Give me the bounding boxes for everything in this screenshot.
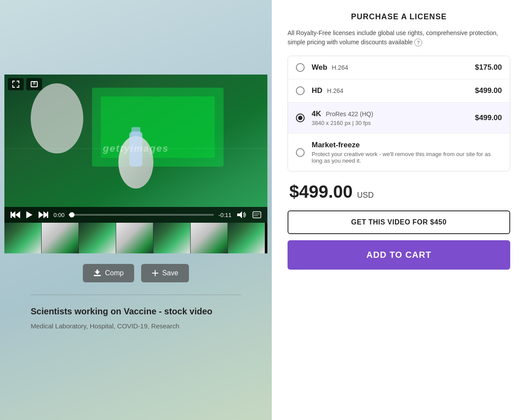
license-option-hd[interactable]: HD H.264 $499.00 xyxy=(288,79,510,103)
right-panel: PURCHASE A LICENSE All Royalty-Free lice… xyxy=(272,0,526,420)
license-format-hd: H.264 xyxy=(327,87,343,94)
license-name-group-hd: HD H.264 xyxy=(312,86,470,95)
filmstrip-thumb[interactable] xyxy=(4,223,42,253)
time-current: 0:00 xyxy=(53,212,64,218)
radio-market-freeze[interactable] xyxy=(296,148,305,157)
license-sub-4k: 3840 x 2160 px | 30 fps xyxy=(312,120,470,126)
comp-button[interactable]: Comp xyxy=(83,264,134,282)
license-format-4k: ProRes 422 (HQ) xyxy=(326,110,373,117)
license-name-web: Web xyxy=(312,63,327,71)
license-price-web: $175.00 xyxy=(475,63,502,72)
video-title: Scientists working on Vaccine - stock vi… xyxy=(31,306,241,317)
license-option-4k[interactable]: 4K ProRes 422 (HQ) 3840 x 2160 px | 30 f… xyxy=(288,103,510,134)
license-name-group-4k: 4K ProRes 422 (HQ) 3840 x 2160 px | 30 f… xyxy=(312,110,470,126)
filmstrip-thumb[interactable] xyxy=(42,223,79,253)
video-overlay-top xyxy=(8,78,42,90)
filmstrip-thumb[interactable] xyxy=(228,223,265,253)
left-panel: gettyimages xyxy=(0,0,272,420)
volume-button[interactable] xyxy=(236,211,247,219)
video-visual xyxy=(4,75,267,223)
license-options: Web H.264 $175.00 HD H.264 $499.00 4K xyxy=(288,56,510,171)
radio-web[interactable] xyxy=(296,63,305,72)
svg-rect-13 xyxy=(11,212,12,218)
price-amount: $499.00 xyxy=(289,182,353,202)
video-frame: gettyimages xyxy=(4,75,267,223)
save-label: Save xyxy=(162,269,178,277)
download-icon xyxy=(93,269,101,277)
license-price-4k: $499.00 xyxy=(475,114,502,122)
caption-icon xyxy=(252,211,261,218)
svg-rect-23 xyxy=(96,270,98,273)
comp-label: Comp xyxy=(105,269,124,277)
action-buttons: Comp Save xyxy=(83,264,188,282)
license-name-market-freeze: Market-freeze xyxy=(312,141,360,149)
svg-rect-25 xyxy=(152,273,158,274)
rewind-icon xyxy=(11,210,20,219)
svg-rect-16 xyxy=(47,212,48,218)
video-container: gettyimages xyxy=(4,75,267,253)
volume-icon xyxy=(237,211,246,219)
license-option-web[interactable]: Web H.264 $175.00 xyxy=(288,56,510,79)
price-currency: USD xyxy=(357,191,374,200)
video-controls: 0:00 -0:11 xyxy=(4,207,267,223)
rewind-button[interactable] xyxy=(10,210,21,219)
divider xyxy=(31,295,241,295)
svg-rect-18 xyxy=(253,212,261,218)
filmstrip-thumb[interactable] xyxy=(153,223,191,253)
license-name-group-market-freeze: Market-freeze Protect your creative work… xyxy=(312,141,502,164)
svg-marker-17 xyxy=(237,211,242,218)
filmstrip-thumb[interactable] xyxy=(191,223,228,253)
filmstrip-thumb[interactable] xyxy=(116,223,153,253)
svg-marker-14 xyxy=(39,211,43,218)
add-to-cart-button[interactable]: ADD TO CART xyxy=(288,240,510,270)
svg-marker-11 xyxy=(15,211,20,218)
license-format-web: H.264 xyxy=(332,64,348,71)
license-name-group-web: Web H.264 xyxy=(312,63,470,72)
get-video-button[interactable]: GET THIS VIDEO FOR $450 xyxy=(288,210,510,234)
license-option-market-freeze[interactable]: Market-freeze Protect your creative work… xyxy=(288,134,510,171)
svg-rect-7 xyxy=(132,127,140,136)
time-remaining: -0:11 xyxy=(218,212,231,218)
plus-icon xyxy=(152,270,159,277)
progress-dot xyxy=(69,212,75,217)
filmstrip-thumb[interactable] xyxy=(79,223,116,253)
svg-rect-10 xyxy=(33,82,36,85)
play-icon xyxy=(26,211,32,218)
license-name-hd: HD xyxy=(312,86,323,95)
svg-rect-20 xyxy=(254,215,258,216)
filmstrip xyxy=(4,223,267,253)
svg-rect-19 xyxy=(254,214,260,214)
svg-rect-21 xyxy=(94,275,101,276)
license-price-hd: $499.00 xyxy=(475,86,502,95)
play-button[interactable] xyxy=(25,211,33,218)
svg-rect-8 xyxy=(4,148,267,149)
panel-title: PURCHASE A LICENSE xyxy=(288,12,510,21)
forward-icon xyxy=(39,210,48,219)
save-button[interactable]: Save xyxy=(141,264,188,282)
radio-4k[interactable] xyxy=(296,114,305,122)
fullscreen-icon-button[interactable] xyxy=(26,78,42,90)
forward-button[interactable] xyxy=(38,210,49,219)
description-text: All Royalty-Free licenses include global… xyxy=(288,29,498,46)
radio-hd[interactable] xyxy=(296,86,305,95)
expand-icon xyxy=(12,81,19,88)
fullscreen-icon xyxy=(31,81,38,87)
price-section: $499.00 USD xyxy=(288,182,510,202)
expand-icon-button[interactable] xyxy=(8,78,24,90)
svg-point-4 xyxy=(31,83,83,153)
progress-bar[interactable] xyxy=(69,214,214,216)
license-sub-market-freeze: Protect your creative work - we'll remov… xyxy=(312,151,502,164)
info-icon[interactable]: ? xyxy=(414,39,422,46)
panel-description: All Royalty-Free licenses include global… xyxy=(288,28,510,47)
radio-4k-inner xyxy=(298,116,302,120)
license-name-4k: 4K xyxy=(312,110,321,118)
video-tags: Medical Laboratory, Hospital, COVID-19, … xyxy=(31,322,241,330)
caption-button[interactable] xyxy=(252,211,262,218)
